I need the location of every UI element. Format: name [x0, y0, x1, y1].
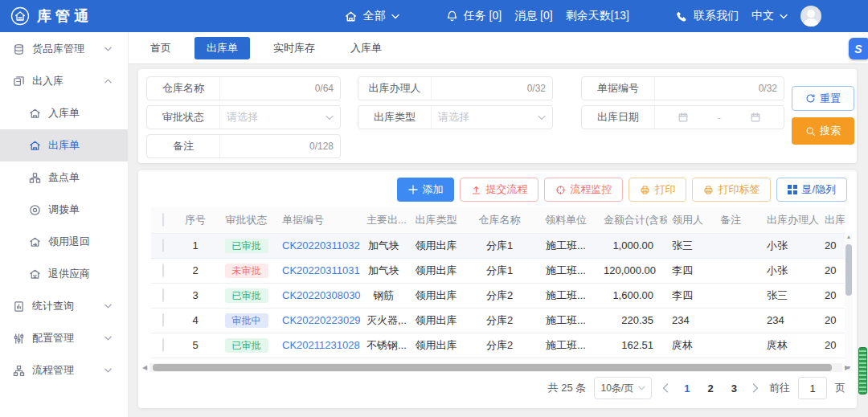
floating-assistant-button[interactable]: S	[849, 38, 868, 59]
printer-icon	[703, 185, 714, 195]
remark-cell	[715, 258, 762, 283]
reset-button[interactable]: 重置	[792, 86, 854, 111]
tab-home[interactable]: 首页	[138, 37, 183, 59]
doc-number-link[interactable]: CK20220311031	[282, 264, 360, 276]
row-checkbox[interactable]	[162, 264, 164, 277]
sidebar-item-statistics[interactable]: 统计查询	[0, 290, 128, 322]
flow-monitor-button[interactable]: 流程监控	[544, 178, 623, 202]
page-number[interactable]: 3	[727, 382, 742, 395]
calendar-icon[interactable]	[678, 112, 689, 123]
page-number[interactable]: 1	[679, 382, 694, 395]
sidebar-item-label: 入库单	[48, 106, 80, 121]
sidebar-item-goods-management[interactable]: 货品库管理	[0, 33, 128, 65]
sidebar-item-configuration[interactable]: 配置管理	[0, 322, 128, 354]
doc-number-link[interactable]: CK20220223029	[282, 314, 361, 326]
days-remaining: 剩余天数[13]	[566, 9, 629, 23]
warehouse-name-input[interactable]: 0/64	[220, 77, 340, 100]
contact-us[interactable]: 联系我们	[676, 9, 739, 23]
sidebar-item-workflow[interactable]: 流程管理	[0, 354, 128, 386]
sidebar-item-requisition-return[interactable]: 领用退回	[0, 226, 128, 258]
approval-status-select[interactable]: 请选择	[220, 106, 340, 129]
add-button[interactable]: 添加	[397, 178, 454, 202]
seq-cell: 4	[175, 308, 215, 333]
outbound-type-select[interactable]: 请选择	[432, 106, 552, 129]
sidebar-item-transfer-order[interactable]: 调拨单	[0, 194, 128, 226]
sidebar-item-inbound-order[interactable]: 入库单	[0, 97, 128, 129]
scroll-left-icon[interactable]: ◀	[140, 364, 149, 371]
print-button[interactable]: 打印	[628, 178, 686, 202]
handler-cell: 庹林	[762, 333, 820, 358]
sidebar-item-outbound-order[interactable]: 出库单	[0, 129, 128, 161]
tasks-menu[interactable]: 任务 [0]	[446, 9, 502, 23]
language-selector[interactable]: 中文	[751, 9, 788, 23]
doc-number-field: 单据编号 0/32	[581, 76, 784, 100]
tab-inbound-order[interactable]: 入库单	[338, 37, 394, 59]
handler-cell: 234	[762, 308, 820, 333]
table-row[interactable]: 4 审批中 CK20220223029 灭火器,... 领用出库 分库2 施工班…	[151, 308, 845, 333]
item-cell: 灭火器,...	[362, 308, 406, 333]
recipient-cell: 李四	[667, 258, 715, 283]
capture-indicator	[858, 347, 867, 395]
outbound-handler-input[interactable]: 0/32	[432, 77, 552, 100]
warehouse-logo-icon	[10, 6, 31, 27]
status-badge: 已审批	[225, 288, 268, 303]
tab-realtime-stock[interactable]: 实时库存	[261, 37, 327, 59]
calendar-icon[interactable]	[750, 112, 761, 123]
home-icon	[344, 10, 358, 23]
item-cell: 钢筋	[362, 283, 406, 308]
scope-selector[interactable]: 全部	[344, 9, 399, 23]
messages-menu[interactable]: 消息 [0]	[514, 9, 552, 23]
submit-flow-button[interactable]: 提交流程	[460, 178, 538, 202]
row-checkbox[interactable]	[162, 239, 164, 252]
table-row[interactable]: 5 已审批 CK20211231028 不锈钢... 领用出库 分库2 施工班.…	[151, 333, 845, 358]
outbound-orders-panel: 添加 提交流程 流程监控 打印 打印标签 显/隐列	[138, 170, 857, 408]
user-avatar[interactable]	[800, 6, 821, 27]
page-number[interactable]: 2	[703, 382, 719, 395]
show-hide-columns-button[interactable]: 显/隐列	[776, 178, 847, 202]
language-label: 中文	[751, 9, 774, 23]
scroll-right-icon[interactable]: ▶	[842, 364, 852, 371]
table-row[interactable]: 2 未审批 CK20220311031 加气块 领用出库 分库1 施工班... …	[151, 258, 845, 283]
tab-outbound-order[interactable]: 出库单	[194, 37, 250, 59]
page-size-select[interactable]: 10条/页	[594, 377, 652, 399]
remark-input[interactable]: 0/128	[220, 135, 340, 157]
sidebar-item-label: 盘点单	[48, 170, 80, 185]
sidebar-item-in-out[interactable]: 出入库	[0, 65, 128, 97]
char-counter: 0/128	[309, 141, 334, 152]
remark-cell	[715, 333, 762, 358]
goto-page-input[interactable]	[798, 377, 827, 399]
scroll-up-icon[interactable]: ▲	[845, 234, 853, 239]
horizontal-scroll-thumb[interactable]	[153, 364, 832, 371]
row-checkbox[interactable]	[162, 288, 164, 302]
search-button[interactable]: 搜索	[792, 117, 854, 145]
row-checkbox[interactable]	[162, 338, 164, 352]
vertical-scrollbar[interactable]: ▲ ▼	[845, 233, 853, 371]
table-row[interactable]: 3 已审批 CK20220308030 钢筋 领用出库 分库2 施工班... 1…	[151, 283, 845, 308]
recipient-cell: 庹林	[667, 333, 715, 358]
reset-button-label: 重置	[820, 92, 841, 106]
print-tag-button[interactable]: 打印标签	[692, 178, 771, 202]
column-header: 主要出...	[362, 207, 406, 233]
boxes-icon	[13, 76, 25, 88]
vertical-scroll-thumb[interactable]	[845, 244, 852, 296]
next-page-icon[interactable]	[750, 383, 761, 393]
sidebar-item-return-supplier[interactable]: 退供应商	[0, 258, 128, 290]
doc-number-link[interactable]: CK20220311032	[282, 239, 360, 251]
row-checkbox[interactable]	[162, 313, 164, 327]
warehouse-cell: 分库2	[466, 283, 533, 308]
date-cell: 20	[820, 283, 845, 308]
sidebar-item-stocktaking-order[interactable]: 盘点单	[0, 161, 128, 194]
doc-number-link[interactable]: CK20220308030	[282, 289, 361, 301]
doc-number-link[interactable]: CK20211231028	[282, 339, 360, 351]
horizontal-scrollbar[interactable]: ◀ ▶	[140, 363, 852, 372]
table-row[interactable]: 1 已审批 CK20220311032 加气块 领用出库 分库1 施工班... …	[151, 233, 845, 258]
column-header: 单据编号	[277, 207, 362, 233]
select-all-checkbox[interactable]	[162, 213, 164, 227]
target-icon	[29, 204, 41, 216]
prev-page-icon[interactable]	[660, 383, 671, 393]
remark-cell	[715, 308, 762, 333]
warehouse-out-icon	[29, 140, 41, 152]
doc-number-input[interactable]: 0/32	[655, 77, 784, 100]
search-panel: 仓库名称 0/64 出库办理人 0/32 单据编号 0/32 审批状态 请选择 …	[138, 69, 857, 163]
char-counter: 0/32	[527, 83, 546, 94]
